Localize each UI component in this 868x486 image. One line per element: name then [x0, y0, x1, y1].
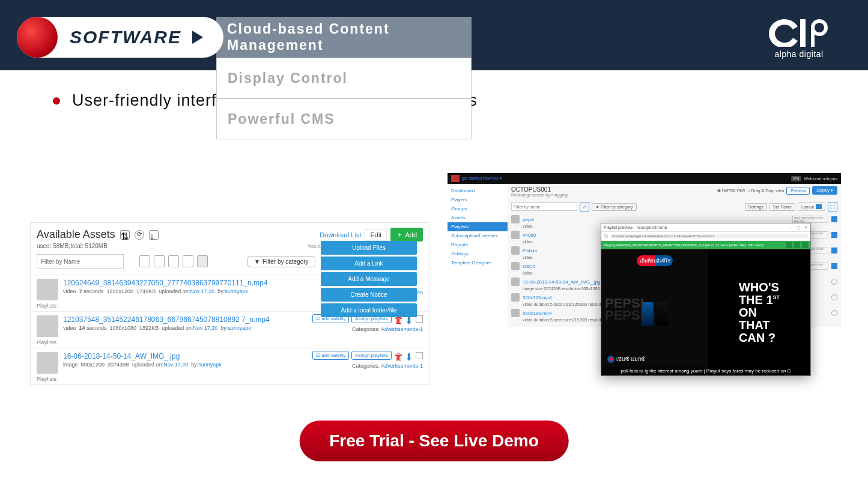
- welcome-text: Welcome octopus: [804, 177, 837, 181]
- free-trial-cta[interactable]: Free Trial - See Live Demo: [299, 421, 569, 461]
- app-logo-icon: [451, 175, 460, 182]
- delete-icon[interactable]: 🗑: [394, 351, 402, 360]
- add-dropdown: Upload Files Add a Link Add a Message Cr…: [321, 241, 417, 319]
- asset-filename[interactable]: 121037548_351452246178063_66796674507881…: [63, 315, 270, 324]
- nav-playlists[interactable]: Playlists: [448, 222, 508, 231]
- rs-expand-icon[interactable]: ⤢: [580, 202, 589, 211]
- nav-subscription-licenses[interactable]: Subscription/Licenses: [448, 231, 508, 240]
- row-check-icon[interactable]: [831, 248, 837, 254]
- nav-settings[interactable]: Settings: [448, 249, 508, 258]
- rs-fullscreen-icon[interactable]: ⛶: [828, 202, 837, 211]
- header: SOFTWARE Cloud-based Content Management …: [0, 0, 868, 70]
- rs-set-ticker-button[interactable]: Set Ticker: [769, 203, 795, 211]
- nav-reports[interactable]: Reports: [448, 240, 508, 249]
- nav-assets[interactable]: Assets: [448, 213, 508, 222]
- popup-minimize-icon[interactable]: —: [789, 225, 793, 230]
- file-type-icon-1[interactable]: [139, 255, 150, 267]
- asset-filename[interactable]: 120624649_381463943227050_27774038637997…: [63, 279, 267, 287]
- row-check-icon[interactable]: [831, 232, 837, 238]
- info-icon[interactable]: ⓘ: [604, 233, 608, 239]
- brand-name: alpha digital: [763, 49, 835, 59]
- asset-filename[interactable]: 16-06-2018-14-50-14_AW_IMG_.jpg: [63, 352, 222, 360]
- refresh-icon[interactable]: ⟳: [135, 230, 144, 240]
- filter-by-name-input[interactable]: [37, 254, 124, 269]
- asset-categories: Categories: Advertisements-1: [352, 363, 423, 369]
- playlist-app: get started how-to's ▾ ENWelcome octopus…: [448, 173, 841, 327]
- app-topbar: get started how-to's ▾ ENWelcome octopus: [448, 173, 841, 184]
- popup-url[interactable]: octopus.pisignage.com/preview/prod.html4…: [610, 234, 808, 238]
- cans-graphic: [642, 302, 668, 326]
- add-validity-button[interactable]: ☑ add validity: [312, 351, 349, 360]
- software-tab: SOFTWARE: [17, 17, 223, 58]
- dd-add-message[interactable]: Add a Message: [321, 272, 417, 286]
- assets-title: Available Assets: [37, 228, 115, 241]
- row-thumb: [511, 293, 520, 302]
- bullet-dot-icon: [53, 97, 60, 105]
- row-radio[interactable]: [831, 279, 837, 285]
- sort-desc-icon[interactable]: ↓: [149, 230, 159, 240]
- assign-playlists-button[interactable]: Assign playlists: [351, 351, 392, 360]
- nav-players[interactable]: Players: [448, 195, 508, 204]
- dd-upload-files[interactable]: Upload Files: [321, 241, 417, 255]
- row-name[interactable]: pepsi: [523, 217, 789, 222]
- alpha-digital-icon: [763, 11, 835, 47]
- pepsi-max-thai: เป๊ปซี่ แมกซ์: [607, 355, 645, 363]
- nav-dashboard[interactable]: Dashboard: [448, 186, 508, 195]
- playing-text: Playing #440608_N0107700207073_M02075601…: [604, 243, 764, 247]
- ad-preview: เต็มที่กับสิ่งที่ใช่ PEPSIPEPSI เป๊ปซี่ …: [601, 249, 810, 375]
- banner-btn-1[interactable]: [786, 242, 792, 248]
- row-message-input[interactable]: test message over the im: [792, 216, 828, 223]
- rs-filter-name-input[interactable]: [511, 202, 577, 211]
- banner-btn-3[interactable]: [802, 242, 808, 248]
- software-label: SOFTWARE: [70, 27, 181, 47]
- asset-meta: video 14 seconds 1080x1080 1892KB upload…: [63, 325, 270, 331]
- rs-filter-category-button[interactable]: ▼ Filter by category: [592, 203, 637, 211]
- file-type-icon-5[interactable]: [197, 255, 208, 267]
- row-check-icon[interactable]: [831, 263, 837, 269]
- app-top-link[interactable]: get started how-to's ▾: [462, 176, 502, 181]
- tab-cloud-content[interactable]: Cloud-based Content Management: [216, 17, 472, 58]
- file-type-icon-3[interactable]: [168, 255, 179, 267]
- banner-btn-2[interactable]: [794, 242, 800, 248]
- side-nav: DashboardPlayersGroupsAssetsPlaylistsSub…: [448, 184, 508, 327]
- deploy-button[interactable]: Deploy ▾: [812, 186, 837, 195]
- asset-categories: Categories: Advertisements-1: [352, 326, 423, 332]
- playlist-title: OCTOPUS001: [511, 186, 568, 193]
- popup-title: Playlist preview – Google Chrome: [604, 225, 667, 229]
- popup-address-bar: ⓘ octopus.pisignage.com/preview/prod.htm…: [601, 232, 810, 241]
- row-radio[interactable]: [831, 310, 837, 316]
- download-list-link[interactable]: Download List: [320, 231, 361, 238]
- dd-add-local[interactable]: Add a local folder/file: [321, 303, 417, 317]
- rs-layout-button[interactable]: Layout: [798, 202, 825, 211]
- nav-template-designer[interactable]: Template Designer: [448, 258, 508, 267]
- file-type-icon-4[interactable]: [183, 255, 193, 267]
- filter-by-category-button[interactable]: ▼Filter by category: [247, 256, 315, 267]
- edit-button[interactable]: Edit: [365, 229, 387, 241]
- tab-powerful-cms[interactable]: Powerful CMS: [216, 99, 472, 139]
- checkbox[interactable]: [416, 352, 423, 359]
- sort-icon[interactable]: ⇅: [120, 230, 130, 240]
- download-icon[interactable]: ⬇: [405, 351, 413, 360]
- rs-settings-button[interactable]: Settings: [745, 203, 767, 211]
- ad-headline: WHO'S THE 1ST ON THAT CAN ?: [739, 281, 780, 344]
- popup-maximize-icon[interactable]: ▢: [797, 225, 801, 230]
- row-check-icon[interactable]: [831, 216, 837, 222]
- dd-add-link[interactable]: Add a Link: [321, 257, 417, 270]
- preview-button[interactable]: Preview: [786, 187, 810, 195]
- asset-meta: video 7 seconds 1200x1200 1749KB uploade…: [63, 288, 267, 294]
- row-thumb: [511, 215, 520, 223]
- nav-groups[interactable]: Groups: [448, 204, 508, 213]
- add-button[interactable]: ＋Add: [390, 228, 423, 241]
- pepsi-icon: [607, 356, 615, 363]
- row-radio[interactable]: [831, 294, 837, 300]
- normal-view-radio[interactable]: ◉ Normal view: [717, 188, 745, 193]
- dd-create-notice[interactable]: Create Notice: [321, 288, 417, 302]
- popup-close-icon[interactable]: ✕: [804, 225, 808, 230]
- file-type-icon-2[interactable]: [154, 255, 165, 267]
- asset-meta: image 800x1200 207439B uploaded on:Nov 1…: [63, 362, 222, 368]
- dragdrop-view-radio[interactable]: ○ Drag & Drop view: [747, 189, 784, 193]
- asset-row[interactable]: ☑ add validity Assign playlists 🗑 ⬇ 16-0…: [31, 348, 429, 384]
- lang-badge[interactable]: EN: [791, 176, 802, 181]
- assets-panel: Available Assets ⇅ ⟳ ↓ Download List Edi…: [30, 222, 429, 385]
- tab-display-control[interactable]: Display Control: [216, 58, 472, 99]
